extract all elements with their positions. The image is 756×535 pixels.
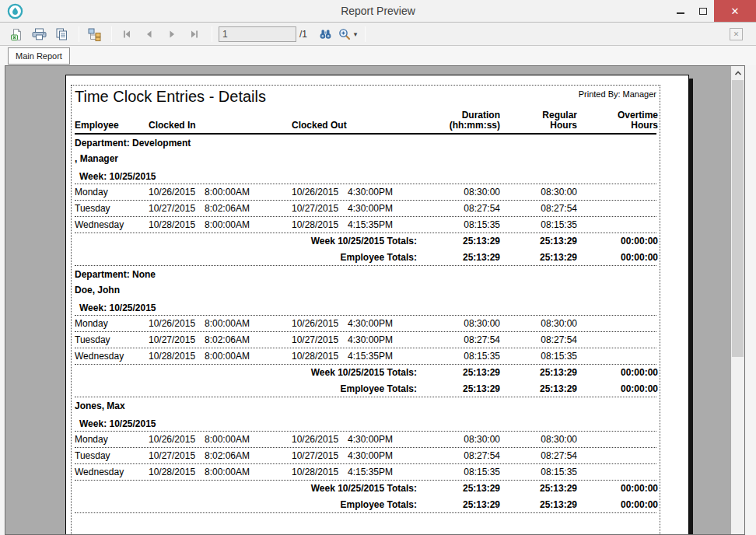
tab-main-report[interactable]: Main Report (8, 47, 70, 65)
cell-regular: 08:15:35 (500, 217, 577, 233)
maximize-icon (699, 8, 707, 15)
toolbar-separator (212, 26, 212, 42)
cell-duration: 08:30:00 (429, 316, 500, 331)
find-button[interactable] (315, 25, 335, 44)
total-regular: 25:13:29 (500, 365, 577, 381)
zoom-dropdown-caret[interactable]: ▾ (354, 30, 358, 38)
prev-page-button[interactable] (139, 25, 159, 44)
week-label: Week: 10/25/2015 (75, 300, 656, 316)
column-headers: Employee Clocked In Clocked Out Duration… (75, 110, 656, 135)
table-row: Monday 10/26/20158:00:00AM 10/26/20154:3… (75, 184, 656, 201)
cell-overtime (577, 464, 658, 480)
col-clocked-in: Clocked In (149, 120, 292, 131)
tab-strip: Main Report (0, 46, 756, 65)
week-label: Week: 10/25/2015 (75, 169, 656, 184)
cell-regular: 08:27:54 (500, 448, 577, 463)
last-page-button[interactable] (184, 25, 205, 44)
cell-duration: 08:30:00 (429, 184, 500, 200)
cell-clocked-in: 10/26/20158:00:00AM (149, 316, 292, 331)
cell-clocked-out: 10/26/20154:30:00PM (292, 184, 429, 200)
employee-name: Jones, Max (75, 398, 656, 414)
scrollbar-thumb[interactable] (732, 80, 744, 357)
cell-overtime (577, 217, 658, 233)
cell-clocked-out: 10/26/20154:30:00PM (292, 316, 429, 331)
cell-day: Wednesday (75, 348, 149, 364)
cell-regular: 08:27:54 (500, 201, 577, 216)
total-regular: 25:13:29 (500, 233, 577, 250)
cell-overtime (577, 184, 658, 200)
total-duration: 25:13:29 (429, 365, 500, 381)
first-page-icon (121, 30, 132, 39)
col-clocked-out: Clocked Out (292, 120, 429, 131)
total-overtime: 00:00:00 (577, 233, 658, 250)
window-title: Report Preview (0, 5, 756, 17)
zoom-button[interactable]: ▾ (338, 25, 358, 44)
minimize-button[interactable] (669, 0, 691, 22)
total-duration: 25:13:29 (429, 233, 500, 250)
employee-totals-row: Employee Totals: 25:13:29 25:13:29 00:00… (75, 381, 656, 397)
report-preview-window: Report Preview ✕ (0, 0, 756, 535)
export-button[interactable] (6, 25, 26, 44)
total-overtime: 00:00:00 (577, 481, 658, 497)
group-tree-toggle-button[interactable] (84, 25, 104, 44)
group-tree-icon (87, 28, 101, 41)
cell-clocked-in: 10/27/20158:02:06AM (149, 448, 292, 463)
cell-clocked-in: 10/28/20158:00:00AM (149, 464, 292, 480)
toolbar-close-mini-button[interactable]: ✕ (730, 28, 743, 40)
employee-totals-label: Employee Totals: (75, 381, 429, 397)
week-totals-row: Week 10/25/2015 Totals: 25:13:29 25:13:2… (75, 481, 656, 497)
cell-clocked-out: 10/28/20154:15:35PM (292, 217, 429, 233)
first-page-button[interactable] (117, 25, 137, 44)
report-page: Time Clock Entries - Details Printed By:… (65, 75, 689, 535)
week-totals-row: Week 10/25/2015 Totals: 25:13:29 25:13:2… (75, 233, 656, 250)
report-group: Department: Development , Manager Week: … (75, 135, 656, 266)
page-number-input[interactable] (219, 26, 296, 42)
cell-day: Wednesday (75, 464, 149, 480)
total-duration: 25:13:29 (429, 250, 500, 265)
cell-clocked-in: 10/28/20158:00:00AM (149, 217, 292, 233)
print-button[interactable] (29, 25, 49, 44)
col-duration: Duration(hh:mm:ss) (429, 110, 500, 131)
cell-clocked-out: 10/28/20154:15:35PM (292, 464, 429, 480)
tab-label: Main Report (16, 51, 62, 61)
total-duration: 25:13:29 (429, 497, 500, 512)
find-icon (319, 29, 332, 40)
cell-regular: 08:30:00 (500, 184, 577, 200)
col-regular: RegularHours (500, 110, 577, 131)
table-row: Wednesday 10/28/20158:00:00AM 10/28/2015… (75, 217, 656, 233)
cell-overtime (577, 448, 658, 463)
vertical-scrollbar[interactable] (731, 66, 744, 534)
cell-day: Tuesday (75, 201, 149, 216)
title-bar: Report Preview ✕ (0, 0, 756, 23)
toolbar-separator (111, 26, 112, 42)
next-page-button[interactable] (162, 25, 182, 44)
scroll-up-button[interactable] (731, 66, 744, 79)
cell-overtime (577, 348, 658, 364)
table-row: Tuesday 10/27/20158:02:06AM 10/27/20154:… (75, 332, 656, 348)
cell-duration: 08:15:35 (429, 464, 500, 480)
cell-clocked-out: 10/27/20154:30:00PM (292, 201, 429, 216)
cell-duration: 08:27:54 (429, 201, 500, 216)
week-totals-label: Week 10/25/2015 Totals: (75, 365, 429, 381)
cell-clocked-in: 10/26/20158:00:00AM (149, 184, 292, 200)
cell-clocked-in: 10/27/20158:02:06AM (149, 332, 292, 348)
next-page-icon (166, 30, 177, 39)
close-button[interactable]: ✕ (714, 0, 756, 22)
total-duration: 25:13:29 (429, 381, 500, 397)
cell-clocked-out: 10/28/20154:15:35PM (292, 348, 429, 364)
copy-button[interactable] (51, 25, 72, 44)
cell-day: Wednesday (75, 217, 149, 233)
table-row: Wednesday 10/28/20158:00:00AM 10/28/2015… (75, 464, 656, 481)
total-regular: 25:13:29 (500, 497, 577, 512)
table-row: Monday 10/26/20158:00:00AM 10/26/20154:3… (75, 316, 656, 332)
employee-totals-label: Employee Totals: (75, 250, 429, 265)
maximize-button[interactable] (691, 0, 714, 22)
employee-name: Doe, John (75, 282, 656, 298)
cell-duration: 08:27:54 (429, 332, 500, 348)
cell-regular: 08:30:00 (500, 316, 577, 331)
table-row: Tuesday 10/27/20158:02:06AM 10/27/20154:… (75, 201, 656, 217)
cell-clocked-in: 10/27/20158:02:06AM (149, 201, 292, 216)
cell-overtime (577, 316, 658, 331)
total-duration: 25:13:29 (429, 481, 500, 497)
cell-regular: 08:15:35 (500, 464, 577, 480)
